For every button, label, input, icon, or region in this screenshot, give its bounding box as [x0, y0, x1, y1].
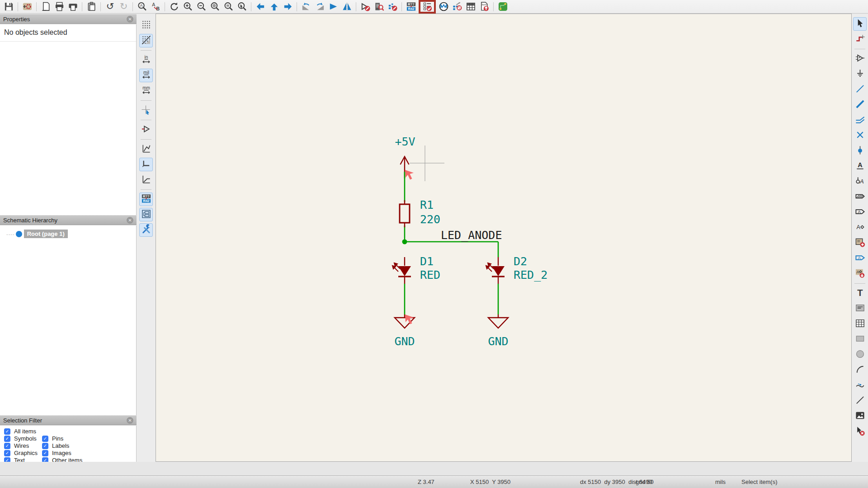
table-button[interactable]: [853, 317, 867, 331]
unit-mil-button[interactable]: mil: [139, 69, 153, 82]
schematic-setup-button[interactable]: [20, 0, 34, 13]
checkbox-pins[interactable]: ✓: [42, 436, 48, 442]
save-button[interactable]: [2, 0, 15, 13]
pcb-editor-button[interactable]: [496, 0, 509, 13]
fields-table-button[interactable]: [464, 0, 477, 13]
place-power-button[interactable]: [853, 67, 867, 81]
page-settings-button[interactable]: [39, 0, 52, 13]
line-free-button[interactable]: [139, 142, 153, 156]
library-browser-button[interactable]: [372, 0, 386, 13]
select-button[interactable]: [853, 17, 867, 31]
print-button[interactable]: [52, 0, 66, 13]
grid-show-button[interactable]: [139, 19, 153, 32]
mirror-horizontal-button[interactable]: [340, 0, 354, 13]
annotate-button[interactable]: R??R42: [404, 0, 418, 13]
footprint-editor-button[interactable]: [386, 0, 399, 13]
line-45-button[interactable]: [139, 173, 153, 187]
hidden-pins-icon: +−: [141, 124, 151, 136]
place-symbol-button[interactable]: [853, 52, 867, 66]
close-icon[interactable]: ✕: [127, 417, 133, 424]
plot-button[interactable]: [66, 0, 80, 13]
checkbox-labels[interactable]: ✓: [42, 443, 48, 449]
svg-text:GND: GND: [394, 335, 415, 348]
imported-hier-label-button[interactable]: A: [853, 252, 867, 265]
junction-button[interactable]: [853, 144, 867, 158]
image-button[interactable]: [853, 409, 867, 423]
text-button[interactable]: T: [853, 286, 867, 300]
rotate-ccw-button[interactable]: [299, 0, 313, 13]
hierarchy-root-item[interactable]: ---- Root (page 1): [6, 230, 136, 238]
refresh-button[interactable]: [167, 0, 181, 13]
zoom-objects-button[interactable]: [222, 0, 235, 13]
checkbox-all-items[interactable]: ✓: [4, 428, 10, 435]
draw-wire-button[interactable]: [853, 83, 867, 96]
close-icon[interactable]: ✕: [127, 16, 133, 23]
erc-button[interactable]: [420, 0, 434, 13]
find-button[interactable]: A: [135, 0, 149, 13]
symbol-editor-button[interactable]: [359, 0, 372, 13]
unit-inch-button[interactable]: in: [139, 53, 153, 67]
zoom-fit-button[interactable]: [208, 0, 222, 13]
bus-entry-button[interactable]: [853, 113, 867, 127]
zoom-out-button[interactable]: [194, 0, 208, 13]
paste-button[interactable]: [85, 0, 98, 13]
nav-back-button[interactable]: [254, 0, 267, 13]
sheet-pin-button[interactable]: A: [853, 221, 867, 235]
checkbox-graphics[interactable]: ✓: [4, 450, 10, 456]
simulator-button[interactable]: [437, 0, 450, 13]
properties-manager-button[interactable]: [139, 223, 153, 237]
cursor-full-button[interactable]: [139, 103, 153, 117]
line-hv-button[interactable]: [139, 158, 153, 171]
no-connect-button[interactable]: [853, 129, 867, 142]
text-box-button[interactable]: [853, 302, 867, 315]
delete-tool-button[interactable]: [853, 425, 867, 438]
gnd-symbol-2[interactable]: GND: [488, 314, 508, 348]
nav-up-button[interactable]: [267, 0, 281, 13]
wire-segments[interactable]: [405, 172, 498, 314]
global-label-button[interactable]: [853, 190, 867, 204]
bom-button[interactable]: .bom: [477, 0, 491, 13]
import-sheet-pin-button[interactable]: A: [853, 267, 867, 281]
toolbar-separator: [132, 2, 133, 11]
assign-footprints-icon: [452, 1, 462, 12]
checkbox-symbols[interactable]: ✓: [4, 436, 10, 442]
schematic-setup-icon: [22, 1, 33, 12]
undo-button[interactable]: ↺: [103, 0, 117, 13]
highlight-net-button[interactable]: [853, 33, 867, 46]
redo-button[interactable]: ↻: [117, 0, 130, 13]
grid-override-button[interactable]: [139, 34, 153, 47]
directive-label-button[interactable]: A: [853, 175, 867, 188]
assign-footprints-button[interactable]: [450, 0, 464, 13]
rectangle-button[interactable]: [853, 333, 867, 346]
hierarchical-sheet-button[interactable]: [853, 236, 867, 250]
bezier-button[interactable]: [853, 379, 867, 392]
svg-text:A: A: [858, 209, 861, 214]
schematic-canvas[interactable]: +5V LED_ANODE R1 220 D1 RED: [156, 14, 852, 462]
close-icon[interactable]: ✕: [127, 217, 133, 224]
line-button[interactable]: [853, 394, 867, 408]
checkbox-images[interactable]: ✓: [42, 450, 48, 456]
hidden-pins-button[interactable]: +−: [139, 123, 153, 136]
unit-mm-button[interactable]: mm: [139, 84, 153, 98]
mirror-vertical-button[interactable]: [326, 0, 340, 13]
annotate-auto-button[interactable]: R??R42: [139, 192, 153, 206]
zoom-in-button[interactable]: [181, 0, 194, 13]
net-label-button[interactable]: A: [853, 160, 867, 173]
zoom-selection-button[interactable]: [235, 0, 249, 13]
wire-junction[interactable]: [402, 239, 407, 244]
draw-bus-button[interactable]: [853, 98, 867, 112]
arc-button[interactable]: [853, 363, 867, 377]
find-replace-button[interactable]: AB: [149, 0, 162, 13]
net-label-led-anode[interactable]: LED_ANODE: [441, 229, 502, 242]
led-d1[interactable]: D1 RED: [392, 255, 440, 284]
circle-button[interactable]: [853, 348, 867, 361]
gnd-symbol-1[interactable]: GND: [394, 314, 415, 348]
resistor-r1[interactable]: R1 220: [400, 198, 440, 227]
rotate-cw-button[interactable]: [313, 0, 326, 13]
nav-forward-button[interactable]: [281, 0, 294, 13]
checkbox-wires[interactable]: ✓: [4, 443, 10, 449]
hierarchy-navigator-button[interactable]: [139, 208, 153, 221]
led-d2[interactable]: D2 RED_2: [486, 255, 547, 284]
erc-marker-icon[interactable]: [405, 170, 414, 180]
hierarchical-label-button[interactable]: A: [853, 206, 867, 219]
